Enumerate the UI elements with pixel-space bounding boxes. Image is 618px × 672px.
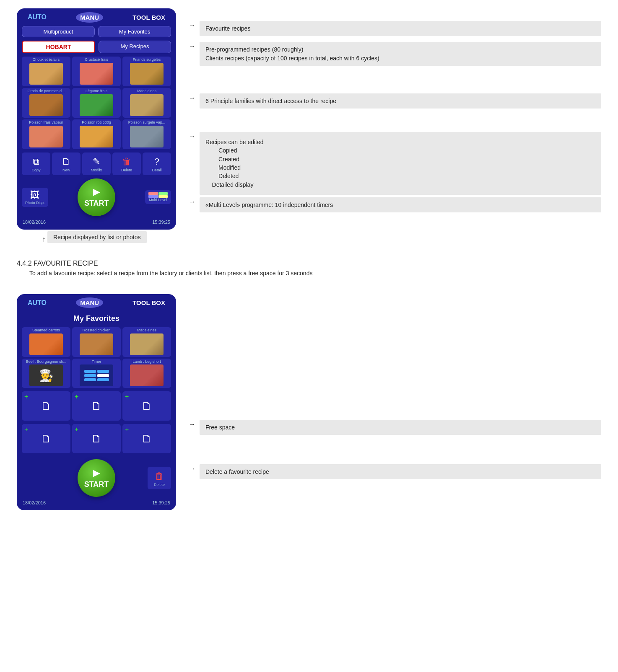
grid-item-poisson3-label: Poisson surgelé vap... [128, 121, 166, 125]
arrow-4: → [189, 198, 196, 206]
device-1-footer: 18/02/2016 15:39:25 [17, 218, 176, 225]
photo-label: Photo Disp. [25, 201, 45, 205]
free-space-1[interactable]: + 🗋 [22, 391, 70, 421]
top-section: AUTO MANU TOOL BOX Multiproduct My Favor… [17, 8, 601, 243]
grid-item-choux[interactable]: Choux et éclairs [22, 57, 70, 86]
grid-img-poisson1 [29, 126, 63, 147]
grid-item-poisson2[interactable]: Poisson rôti 500g [72, 119, 121, 149]
bottom-arrow-0: → [189, 421, 196, 428]
tab-toolbox-2[interactable]: TOOL BOX [128, 297, 169, 308]
copy-label: Copy [31, 168, 40, 172]
grid-img-poisson2 [80, 126, 113, 147]
grid-img-legume [80, 94, 113, 116]
fav-beef[interactable]: Beef : Bourguignon sh... 👨‍🍳 [22, 359, 70, 388]
grid-img-gratin [29, 94, 63, 116]
page-icon-2: 🗋 [91, 400, 102, 413]
photo-disp-btn[interactable]: 🖼 Photo Disp. [22, 188, 48, 207]
grid-item-poisson1-label: Poisson frais vapeur [29, 121, 63, 125]
new-btn[interactable]: 🗋 New [52, 152, 80, 175]
device-2-footer: 18/02/2016 15:39:25 [17, 499, 176, 506]
annotation-row-2: → 6 Principle families with direct acces… [189, 93, 601, 109]
play-icon-2: ▶ [93, 468, 100, 478]
tab-manu[interactable]: MANU [76, 12, 103, 23]
fav-delete-btn[interactable]: 🗑 Delete [148, 467, 171, 489]
free-space-5[interactable]: + 🗋 [72, 424, 121, 453]
new-icon: 🗋 [62, 156, 71, 167]
grid-item-gratin[interactable]: Gratin de pommes d... [22, 88, 70, 118]
device-1-bottom-row: 🖼 Photo Disp. ▶ START [17, 177, 176, 218]
tab-auto[interactable]: AUTO [23, 12, 51, 23]
fav-beef-label: Beef : Bourguignon sh... [26, 360, 67, 364]
grid-item-legume[interactable]: Légume frais [72, 88, 121, 118]
grid-item-poisson3[interactable]: Poisson surgelé vap... [122, 119, 171, 149]
annotation-box-3: Recipes can be edited Copied Created Mod… [200, 132, 601, 195]
plus-icon-3: + [125, 393, 129, 401]
tab-auto-2[interactable]: AUTO [23, 297, 51, 308]
free-space-3[interactable]: + 🗋 [122, 391, 171, 421]
copy-icon: ⧉ [33, 156, 39, 167]
top-annotations: → Favourite recipes → Pre-programmed rec… [189, 8, 601, 212]
device-2-time: 15:39:25 [152, 500, 170, 505]
plus-icon-5: + [75, 426, 78, 433]
copy-btn[interactable]: ⧉ Copy [22, 152, 50, 175]
device-2: AUTO MANU TOOL BOX My Favorites Steamed … [17, 294, 176, 511]
grid-item-poisson1[interactable]: Poisson frais vapeur [22, 119, 70, 149]
device-2-header: AUTO MANU TOOL BOX [17, 294, 176, 310]
plus-icon-2: + [75, 393, 78, 401]
multiproduct-btn[interactable]: Multiproduct [22, 26, 95, 37]
start-btn-2[interactable]: ▶ START [78, 459, 115, 497]
section-title-area: 4.4.2 FAVOURITE RECIPE To add a favourit… [17, 256, 601, 282]
my-favorites-btn[interactable]: My Favorites [98, 26, 171, 37]
section-desc: To add a favourite recipe: select a reci… [29, 270, 601, 277]
fav-lamb-label: Lamb : Leg short [132, 360, 161, 364]
device-1-food-grid: Choux et éclairs Crustacé frais Friands … [17, 55, 176, 151]
play-icon-1: ▶ [93, 186, 100, 197]
fav-carrots[interactable]: Steamed carrots [22, 327, 70, 357]
multilevel-icon [148, 192, 168, 198]
fav-img-chicken [80, 333, 113, 355]
tab-toolbox[interactable]: TOOL BOX [128, 12, 169, 23]
bottom-annotations: → Free space → Delete a favourite recipe [189, 294, 601, 480]
hobart-logo[interactable]: HOBART [22, 41, 95, 53]
device-1-date: 18/02/2016 [23, 220, 46, 225]
page-icon-3: 🗋 [141, 400, 152, 413]
fav-madeleines[interactable]: Madeleines [122, 327, 171, 357]
start-label-2: START [84, 480, 109, 489]
page-icon-5: 🗋 [91, 432, 102, 445]
bottom-annotation-0: → Free space [189, 420, 601, 435]
bottom-label-box: Recipe displayed by list or photos [47, 231, 147, 243]
delete-btn[interactable]: 🗑 Delete [112, 152, 141, 175]
modify-btn[interactable]: ✎ Modify [82, 152, 111, 175]
grid-item-friands[interactable]: Friands surgelés [122, 57, 171, 86]
annotation-row-1: → Pre-programmed recipes (80 roughly)Cli… [189, 42, 601, 66]
start-btn-1[interactable]: ▶ START [78, 178, 115, 216]
fav-lamb[interactable]: Lamb : Leg short [122, 359, 171, 388]
detail-label: Detail [152, 168, 161, 172]
free-space-6[interactable]: + 🗋 [122, 424, 171, 453]
grid-item-gratin-label: Gratin de pommes d... [27, 89, 65, 93]
grid-item-crustace[interactable]: Crustacé frais [72, 57, 121, 86]
grid-item-madeleines[interactable]: Madeleines [122, 88, 171, 118]
fav-chicken[interactable]: Roasted chicken [72, 327, 121, 357]
tab-manu-2[interactable]: MANU [76, 297, 103, 308]
page-root: AUTO MANU TOOL BOX Multiproduct My Favor… [17, 8, 601, 510]
annotation-box-4: «Multi Level» programme: 10 independent … [200, 197, 601, 212]
chef-hat-icon: 👨‍🍳 [39, 369, 54, 383]
free-space-2[interactable]: + 🗋 [72, 391, 121, 421]
grid-img-madeleines [130, 94, 164, 116]
multilevel-btn[interactable]: Multi-Level [145, 190, 171, 204]
arrow-0: → [189, 22, 196, 29]
arrow-up-icon: ↑ [42, 235, 46, 243]
fav-title: My Favorites [17, 310, 176, 326]
fav-timer[interactable]: Timer [72, 359, 121, 388]
fav-chicken-label: Roasted chicken [83, 328, 111, 333]
free-space-4[interactable]: + 🗋 [22, 424, 70, 453]
detail-btn[interactable]: ? Detail [143, 152, 171, 175]
annotation-row-0: → Favourite recipes [189, 21, 601, 36]
delete-icon: 🗑 [122, 156, 131, 167]
fav-free-grid-1: + 🗋 + 🗋 + 🗋 [17, 390, 176, 422]
fav-img-lamb [130, 364, 164, 386]
page-icon-1: 🗋 [41, 400, 52, 413]
my-recipes-btn[interactable]: My Recipes [99, 41, 171, 53]
grid-img-crustace [80, 63, 113, 85]
